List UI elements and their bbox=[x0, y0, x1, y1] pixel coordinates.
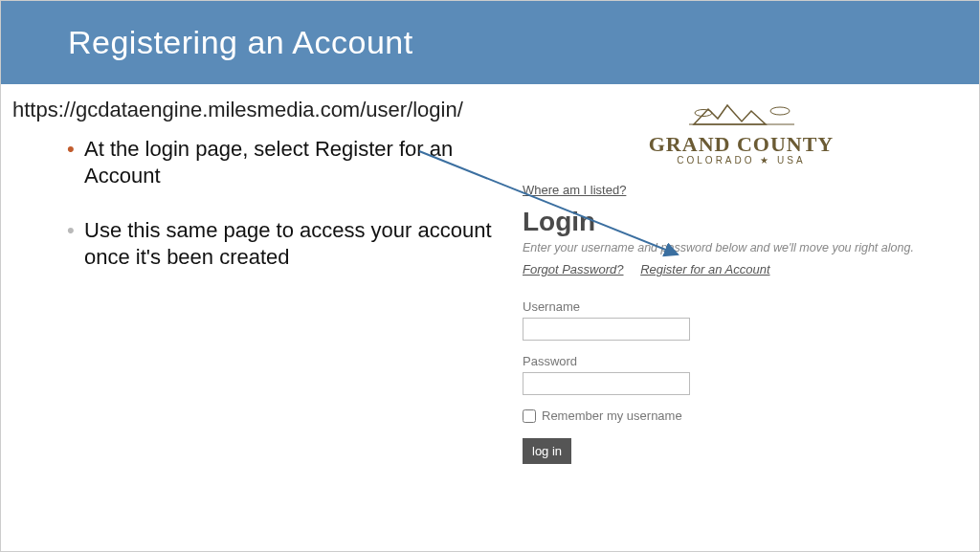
svg-point-1 bbox=[695, 110, 712, 117]
login-url: https://gcdataengine.milesmedia.com/user… bbox=[12, 98, 513, 122]
login-links-row: Forgot Password? Register for an Account bbox=[523, 262, 960, 284]
login-description: Enter your username and password below a… bbox=[523, 241, 960, 254]
username-label: Username bbox=[523, 299, 960, 314]
mountain-icon bbox=[689, 98, 794, 132]
right-column: GRAND COUNTY COLORADO ★ USA Where am I l… bbox=[513, 98, 979, 551]
password-label: Password bbox=[523, 354, 960, 368]
password-input[interactable] bbox=[523, 372, 690, 395]
login-button[interactable]: log in bbox=[523, 438, 571, 464]
remember-row: Remember my username bbox=[523, 408, 960, 423]
slide: Registering an Account https://gcdataeng… bbox=[0, 0, 980, 552]
bullet-list: At the login page, select Register for a… bbox=[12, 136, 513, 270]
login-panel: Where am I listed? Login Enter your user… bbox=[523, 173, 960, 464]
where-listed-link[interactable]: Where am I listed? bbox=[523, 183, 626, 197]
logo-name: GRAND COUNTY bbox=[523, 132, 960, 157]
title-bar: Registering an Account bbox=[1, 1, 979, 84]
forgot-password-link[interactable]: Forgot Password? bbox=[523, 262, 624, 276]
svg-point-0 bbox=[770, 107, 790, 115]
slide-body: https://gcdataengine.milesmedia.com/user… bbox=[1, 84, 979, 551]
login-heading: Login bbox=[523, 207, 960, 237]
remember-checkbox[interactable] bbox=[523, 409, 536, 423]
left-column: https://gcdataengine.milesmedia.com/user… bbox=[1, 98, 513, 551]
logo: GRAND COUNTY COLORADO ★ USA bbox=[523, 98, 960, 173]
register-account-link[interactable]: Register for an Account bbox=[640, 262, 769, 276]
slide-title: Registering an Account bbox=[68, 24, 912, 61]
bullet-item: At the login page, select Register for a… bbox=[84, 136, 513, 188]
remember-label: Remember my username bbox=[542, 408, 682, 423]
logo-subtitle: COLORADO ★ USA bbox=[523, 155, 960, 166]
username-input[interactable] bbox=[523, 318, 690, 341]
bullet-item: Use this same page to access your accoun… bbox=[84, 217, 513, 270]
